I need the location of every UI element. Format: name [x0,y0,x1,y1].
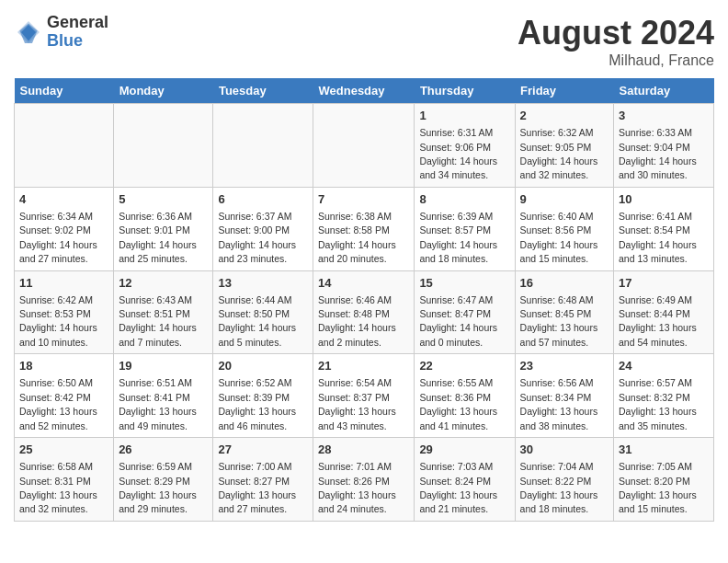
day-number: 9 [520,191,609,208]
day-info: Sunrise: 6:58 AM Sunset: 8:31 PM Dayligh… [19,461,97,514]
day-number: 12 [119,275,208,292]
calendar-week-1: 1Sunrise: 6:31 AM Sunset: 9:06 PM Daylig… [15,104,714,188]
day-info: Sunrise: 6:43 AM Sunset: 8:51 PM Dayligh… [119,294,197,348]
day-number: 24 [619,358,709,374]
calendar-cell: 25Sunrise: 6:58 AM Sunset: 8:31 PM Dayli… [15,438,114,522]
calendar-cell: 21Sunrise: 6:54 AM Sunset: 8:37 PM Dayli… [313,354,415,438]
logo-general: General [47,14,108,32]
calendar-cell: 19Sunrise: 6:51 AM Sunset: 8:41 PM Dayli… [114,354,213,438]
calendar-cell: 24Sunrise: 6:57 AM Sunset: 8:32 PM Dayli… [614,354,714,438]
header-sunday: Sunday [15,78,114,104]
day-number: 23 [520,358,609,374]
day-number: 19 [119,358,208,374]
page-header: General Blue August 2024 Milhaud, France [14,14,714,69]
calendar-header: Sunday Monday Tuesday Wednesday Thursday… [15,78,714,104]
calendar-cell: 26Sunrise: 6:59 AM Sunset: 8:29 PM Dayli… [114,438,213,522]
day-number: 8 [419,191,509,208]
day-info: Sunrise: 6:48 AM Sunset: 8:45 PM Dayligh… [520,294,598,348]
day-number: 1 [419,108,509,124]
day-number: 2 [520,108,609,124]
calendar-week-4: 18Sunrise: 6:50 AM Sunset: 8:42 PM Dayli… [15,354,714,438]
calendar-cell: 4Sunrise: 6:34 AM Sunset: 9:02 PM Daylig… [15,187,114,270]
calendar-cell: 22Sunrise: 6:55 AM Sunset: 8:36 PM Dayli… [415,354,515,438]
calendar-cell: 18Sunrise: 6:50 AM Sunset: 8:42 PM Dayli… [15,354,114,438]
day-info: Sunrise: 6:59 AM Sunset: 8:29 PM Dayligh… [119,461,197,514]
day-number: 7 [318,191,409,208]
day-info: Sunrise: 6:54 AM Sunset: 8:37 PM Dayligh… [318,377,396,431]
day-info: Sunrise: 6:36 AM Sunset: 9:01 PM Dayligh… [119,211,197,264]
day-number: 18 [19,358,108,374]
day-number: 5 [119,191,208,208]
day-number: 11 [19,275,108,292]
day-number: 29 [419,442,509,458]
calendar-cell: 28Sunrise: 7:01 AM Sunset: 8:26 PM Dayli… [313,438,415,522]
day-number: 10 [619,191,709,208]
header-saturday: Saturday [614,78,714,104]
day-info: Sunrise: 6:52 AM Sunset: 8:39 PM Dayligh… [218,377,296,431]
title-block: August 2024 Milhaud, France [518,14,714,69]
day-info: Sunrise: 6:51 AM Sunset: 8:41 PM Dayligh… [119,377,197,431]
calendar-cell [114,104,213,188]
calendar-cell: 3Sunrise: 6:33 AM Sunset: 9:04 PM Daylig… [614,104,714,188]
day-number: 27 [218,442,308,458]
day-info: Sunrise: 6:47 AM Sunset: 8:47 PM Dayligh… [419,294,497,348]
calendar-cell: 12Sunrise: 6:43 AM Sunset: 8:51 PM Dayli… [114,270,213,354]
day-info: Sunrise: 6:40 AM Sunset: 8:56 PM Dayligh… [520,211,598,264]
calendar-week-5: 25Sunrise: 6:58 AM Sunset: 8:31 PM Dayli… [15,438,714,522]
day-number: 20 [218,358,308,374]
calendar-cell: 16Sunrise: 6:48 AM Sunset: 8:45 PM Dayli… [515,270,613,354]
calendar-cell [213,104,313,188]
day-number: 4 [19,191,108,208]
day-info: Sunrise: 6:34 AM Sunset: 9:02 PM Dayligh… [19,211,97,264]
day-number: 21 [318,358,409,374]
day-number: 25 [19,442,108,458]
calendar-cell: 14Sunrise: 6:46 AM Sunset: 8:48 PM Dayli… [313,270,415,354]
header-wednesday: Wednesday [313,78,415,104]
day-info: Sunrise: 6:31 AM Sunset: 9:06 PM Dayligh… [419,127,497,180]
day-info: Sunrise: 6:37 AM Sunset: 9:00 PM Dayligh… [218,211,296,264]
calendar-cell: 27Sunrise: 7:00 AM Sunset: 8:27 PM Dayli… [213,438,313,522]
day-number: 17 [619,275,709,292]
day-info: Sunrise: 6:49 AM Sunset: 8:44 PM Dayligh… [619,294,697,348]
day-info: Sunrise: 7:04 AM Sunset: 8:22 PM Dayligh… [520,461,598,514]
day-info: Sunrise: 6:38 AM Sunset: 8:58 PM Dayligh… [318,211,396,264]
calendar-cell: 30Sunrise: 7:04 AM Sunset: 8:22 PM Dayli… [515,438,613,522]
day-info: Sunrise: 6:57 AM Sunset: 8:32 PM Dayligh… [619,377,697,431]
day-number: 31 [619,442,709,458]
day-number: 6 [218,191,308,208]
calendar-cell: 9Sunrise: 6:40 AM Sunset: 8:56 PM Daylig… [515,187,613,270]
day-number: 26 [119,442,208,458]
day-info: Sunrise: 6:50 AM Sunset: 8:42 PM Dayligh… [19,377,97,431]
day-number: 13 [218,275,308,292]
calendar-body: 1Sunrise: 6:31 AM Sunset: 9:06 PM Daylig… [15,104,714,522]
location: Milhaud, France [518,52,714,69]
day-info: Sunrise: 7:05 AM Sunset: 8:20 PM Dayligh… [619,461,697,514]
calendar-cell: 31Sunrise: 7:05 AM Sunset: 8:20 PM Dayli… [614,438,714,522]
calendar-cell: 7Sunrise: 6:38 AM Sunset: 8:58 PM Daylig… [313,187,415,270]
calendar-cell: 10Sunrise: 6:41 AM Sunset: 8:54 PM Dayli… [614,187,714,270]
calendar-cell: 8Sunrise: 6:39 AM Sunset: 8:57 PM Daylig… [415,187,515,270]
day-info: Sunrise: 6:44 AM Sunset: 8:50 PM Dayligh… [218,294,296,348]
calendar-cell [15,104,114,188]
day-number: 22 [419,358,509,374]
day-info: Sunrise: 7:01 AM Sunset: 8:26 PM Dayligh… [318,461,396,514]
header-thursday: Thursday [415,78,515,104]
header-friday: Friday [515,78,613,104]
month-year: August 2024 [518,14,714,52]
calendar-cell: 11Sunrise: 6:42 AM Sunset: 8:53 PM Dayli… [15,270,114,354]
day-info: Sunrise: 6:55 AM Sunset: 8:36 PM Dayligh… [419,377,497,431]
logo-icon [14,17,43,47]
calendar-cell: 2Sunrise: 6:32 AM Sunset: 9:05 PM Daylig… [515,104,613,188]
day-number: 15 [419,275,509,292]
day-info: Sunrise: 6:46 AM Sunset: 8:48 PM Dayligh… [318,294,396,348]
day-info: Sunrise: 7:03 AM Sunset: 8:24 PM Dayligh… [419,461,497,514]
logo: General Blue [14,14,108,51]
day-info: Sunrise: 6:39 AM Sunset: 8:57 PM Dayligh… [419,211,497,264]
day-number: 14 [318,275,409,292]
day-info: Sunrise: 6:41 AM Sunset: 8:54 PM Dayligh… [619,211,697,264]
day-number: 30 [520,442,609,458]
calendar-cell [313,104,415,188]
calendar-table: Sunday Monday Tuesday Wednesday Thursday… [14,78,714,522]
calendar-cell: 15Sunrise: 6:47 AM Sunset: 8:47 PM Dayli… [415,270,515,354]
logo-text: General Blue [47,14,108,51]
